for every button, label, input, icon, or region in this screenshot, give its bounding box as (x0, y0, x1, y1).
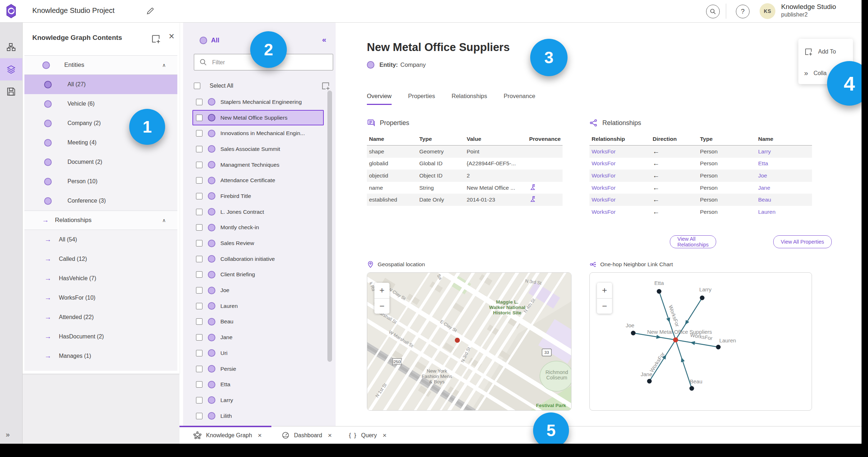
close-tab-icon[interactable]: × (383, 431, 387, 439)
account-info[interactable]: Knowledge Studio publisher2 (781, 3, 836, 18)
zoom-out-button[interactable]: − (597, 299, 612, 314)
entity-list-item[interactable]: Innovations in Mechanical Engin... (192, 125, 324, 141)
related-entity-link[interactable]: Joe (758, 172, 812, 179)
relationship-type-item[interactable]: → Called (12) (24, 249, 177, 269)
related-entity-link[interactable]: Jane (758, 185, 812, 191)
item-checkbox[interactable] (196, 350, 202, 356)
tab-knowledge-graph[interactable]: Knowledge Graph × (179, 426, 271, 443)
entity-list-item[interactable]: Staplers Mechanical Engineering (192, 94, 324, 110)
item-checkbox[interactable] (196, 381, 202, 388)
entity-list-item[interactable]: Jane (192, 329, 324, 345)
relationship-type-item[interactable]: → Attended (22) (24, 308, 177, 327)
item-checkbox[interactable] (196, 224, 202, 231)
entity-list-item[interactable]: Sales Review (192, 235, 324, 251)
item-checkbox[interactable] (196, 366, 202, 372)
relationship-type-item[interactable]: → HasDocument (2) (24, 327, 177, 346)
entity-list-item[interactable]: New Metal Office Suppliers (192, 110, 324, 126)
list-scrollbar[interactable] (327, 91, 332, 362)
detail-tab[interactable]: Overview (367, 93, 392, 105)
provenance-flag-icon[interactable] (529, 184, 536, 191)
search-button[interactable] (706, 5, 720, 18)
item-checkbox[interactable] (196, 177, 202, 184)
entity-list-item[interactable]: Lauren (192, 298, 324, 314)
relationship-link[interactable]: WorksFor (592, 160, 653, 167)
item-checkbox[interactable] (196, 162, 202, 168)
relationship-link[interactable]: WorksFor (592, 148, 653, 155)
close-panel-button[interactable]: × (169, 32, 174, 41)
detail-tab[interactable]: Properties (408, 93, 435, 105)
entity-list-item[interactable]: Persie (192, 361, 324, 377)
item-checkbox[interactable] (196, 130, 202, 137)
add-to-map-icon[interactable] (151, 34, 161, 44)
item-checkbox[interactable] (196, 146, 202, 152)
relationship-type-item[interactable]: → WorksFor (10) (24, 288, 177, 308)
view-all-properties-button[interactable]: View All Properties (773, 235, 832, 248)
entity-list-item[interactable]: Beau (192, 314, 324, 330)
geospatial-map[interactable]: + − 25033k RdW Clay StSaMarshall StW Mar… (367, 272, 571, 411)
item-checkbox[interactable] (196, 413, 202, 419)
entity-list-item[interactable]: L. Jones Contract (192, 204, 324, 220)
entity-list-item[interactable]: Managment Techniques (192, 157, 324, 173)
entity-list-item[interactable]: Etta (192, 377, 324, 392)
detail-tab[interactable]: Provenance (504, 93, 535, 105)
zoom-out-button[interactable]: − (374, 299, 389, 314)
provenance-flag-icon[interactable] (529, 195, 536, 203)
view-all-relationships-button[interactable]: View All Relationships (670, 235, 716, 248)
item-checkbox[interactable] (196, 271, 202, 278)
rail-save-button[interactable] (0, 80, 22, 103)
detail-tab[interactable]: Relationships (452, 93, 487, 105)
close-tab-icon[interactable]: × (328, 431, 332, 439)
zoom-in-button[interactable]: + (597, 283, 612, 299)
relationship-link[interactable]: WorksFor (592, 172, 653, 179)
close-tab-icon[interactable]: × (258, 431, 262, 439)
relationship-link[interactable]: WorksFor (592, 185, 653, 191)
entity-type-item[interactable]: Document (2) (24, 152, 177, 172)
zoom-in-button[interactable]: + (374, 283, 389, 299)
relationship-type-item[interactable]: → HasVehicle (7) (24, 269, 177, 288)
rail-layers-button[interactable] (0, 58, 22, 80)
item-checkbox[interactable] (196, 318, 202, 325)
add-to-action[interactable]: Add To (804, 47, 836, 56)
item-checkbox[interactable] (196, 397, 202, 403)
collapse-action[interactable]: » Colla (804, 69, 827, 77)
relationship-type-item[interactable]: → Manages (1) (24, 346, 177, 366)
item-checkbox[interactable] (196, 240, 202, 246)
rail-data-model-button[interactable] (0, 36, 22, 58)
relationships-section-header[interactable]: → Relationships ∧ (24, 211, 177, 230)
related-entity-link[interactable]: Lauren (758, 209, 812, 215)
entity-list-item[interactable]: Attendance Certificate (192, 172, 324, 188)
entity-type-item[interactable]: Person (10) (24, 172, 177, 191)
tab-query[interactable]: { } Query × (349, 426, 387, 444)
chevron-up-icon[interactable]: ∧ (162, 217, 166, 223)
relationship-type-item[interactable]: → All (54) (24, 230, 177, 249)
related-entity-link[interactable]: Beau (758, 197, 812, 203)
chevron-up-icon[interactable]: ∧ (162, 62, 166, 68)
item-checkbox[interactable] (196, 115, 202, 121)
avatar[interactable]: KS (760, 3, 775, 19)
item-checkbox[interactable] (196, 287, 202, 294)
entity-list-item[interactable]: Client Briefing (192, 267, 324, 283)
help-button[interactable]: ? (736, 5, 750, 18)
rail-expand-button[interactable]: » (6, 430, 10, 439)
item-checkbox[interactable] (196, 99, 202, 105)
relationship-link[interactable]: WorksFor (592, 197, 653, 203)
entity-list-item[interactable]: Montly check-in (192, 220, 324, 236)
one-hop-link-chart[interactable]: + − EttaLarryJoeLaurenJaneBeauWorksForWo… (589, 272, 812, 411)
entity-list-item[interactable]: Collaboration initiative (192, 251, 324, 267)
add-to-map-icon[interactable] (321, 81, 330, 91)
select-all-checkbox[interactable] (194, 83, 200, 89)
entities-section-header[interactable]: Entities ∧ (24, 55, 177, 75)
entity-list-item[interactable]: Firebird Title (192, 188, 324, 204)
item-checkbox[interactable] (196, 209, 202, 215)
item-checkbox[interactable] (196, 303, 202, 309)
entity-list-item[interactable]: Lilith (192, 408, 324, 424)
item-checkbox[interactable] (196, 256, 202, 262)
item-checkbox[interactable] (196, 334, 202, 341)
entity-list-item[interactable]: Joe (192, 282, 324, 298)
entity-list-item[interactable]: Larry (192, 392, 324, 408)
tab-dashboard[interactable]: Dashboard × (281, 426, 332, 444)
entity-list-item[interactable]: Uri (192, 345, 324, 361)
entity-type-item[interactable]: All (27) (24, 75, 177, 94)
related-entity-link[interactable]: Etta (758, 160, 812, 167)
entity-list-item[interactable]: Sales Associate Summit (192, 141, 324, 157)
